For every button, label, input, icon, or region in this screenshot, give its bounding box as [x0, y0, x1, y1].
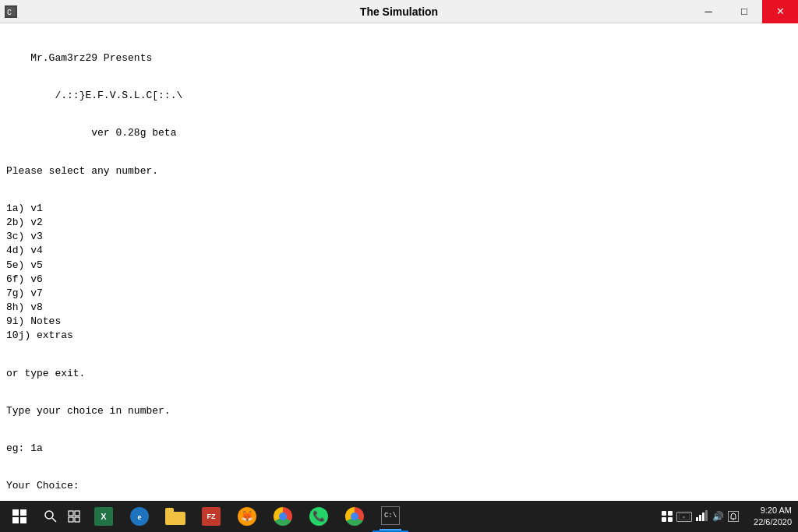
excel-icon: X — [94, 507, 113, 526]
system-clock[interactable]: 9:20 AM 22/6/2020 — [745, 505, 792, 529]
taskbar-app-firefox[interactable]: 🦊 — [229, 501, 265, 532]
menu-list: 1a) v12b) v23c) v34d) v45e) v56f) v67g) … — [6, 202, 792, 344]
menu-item: 3c) v3 — [6, 230, 792, 244]
console-output: Mr.Gam3rz29 Presents /.::}E.F.V.S.L.C[::… — [0, 23, 798, 501]
taskbar-app-ie[interactable]: e — [122, 501, 157, 532]
menu-item: 8h) v8 — [6, 301, 792, 315]
your-choice: Your Choice: — [6, 479, 792, 493]
clock-date: 22/6/2020 — [745, 516, 792, 528]
keyboard-svg — [679, 513, 690, 520]
tray-overflow-icon[interactable] — [662, 511, 673, 522]
prompt-line: Please select any number. — [6, 164, 792, 178]
tray-icons: 🔊 — [662, 510, 739, 523]
app-icon: C — [5, 5, 17, 18]
close-button[interactable]: ✕ — [762, 0, 798, 23]
title-bar: C The Simulation ─ □ ✕ — [0, 0, 798, 23]
window-controls: ─ □ ✕ — [690, 0, 798, 23]
task-view-button[interactable] — [62, 501, 86, 532]
ie-icon: e — [130, 507, 149, 526]
task-view-icon — [68, 510, 80, 523]
menu-item: 9i) Notes — [6, 315, 792, 329]
menu-item: 4d) v4 — [6, 244, 792, 258]
active-indicator — [380, 529, 401, 530]
search-button[interactable] — [39, 501, 62, 532]
menu-item: 6f) v6 — [6, 273, 792, 287]
header-line1: Mr.Gam3rz29 Presents — [6, 51, 792, 65]
svg-rect-6 — [69, 517, 73, 522]
taskbar-app-excel[interactable]: X — [86, 501, 122, 532]
taskbar-apps: X e FZ 🦊 📞 — [86, 501, 662, 532]
menu-item: 1a) v1 — [6, 202, 792, 216]
taskbar-app-cmd[interactable]: C:\ — [373, 501, 408, 532]
maximize-button[interactable]: □ — [726, 0, 762, 23]
minimize-button[interactable]: ─ — [690, 0, 726, 23]
firefox-icon: 🦊 — [238, 507, 256, 526]
svg-rect-17 — [705, 510, 708, 521]
system-tray: 🔊 9:20 AM 22/6/2020 — [662, 501, 798, 532]
taskbar-app-filezilla[interactable]: FZ — [193, 501, 229, 532]
svg-rect-16 — [702, 513, 704, 521]
cmd-icon: C:\ — [381, 506, 400, 525]
signal-svg — [696, 510, 708, 521]
folder-icon — [165, 508, 185, 525]
start-button[interactable] — [0, 501, 39, 532]
filezilla-icon: FZ — [202, 507, 221, 526]
svg-point-2 — [45, 511, 53, 519]
network-icon[interactable] — [696, 510, 708, 523]
instruction2: Type your choice in number. — [6, 404, 792, 418]
windows-logo-icon — [12, 509, 26, 523]
taskbar-app-chrome[interactable] — [265, 501, 301, 532]
header-line2: /.::}E.F.V.S.L.C[::.\ — [6, 89, 792, 103]
svg-line-3 — [52, 518, 56, 522]
taskbar-app-whatsapp[interactable]: 📞 — [301, 501, 337, 532]
search-icon — [44, 510, 57, 523]
svg-rect-14 — [696, 517, 698, 521]
taskbar-app-folder[interactable] — [157, 501, 193, 532]
svg-rect-8 — [679, 513, 690, 520]
menu-item: 2b) v2 — [6, 216, 792, 230]
window-title: The Simulation — [360, 5, 438, 18]
svg-rect-15 — [699, 515, 701, 521]
chrome2-icon — [345, 507, 364, 526]
notification-svg — [729, 513, 737, 520]
menu-item: 7g) v7 — [6, 287, 792, 301]
title-bar-left: C — [0, 5, 22, 18]
header-line3: ver 0.28g beta — [6, 126, 792, 140]
notification-icon[interactable] — [728, 511, 739, 522]
svg-rect-5 — [75, 511, 79, 516]
keyboard-icon[interactable] — [676, 512, 692, 522]
taskbar: X e FZ 🦊 📞 — [0, 501, 798, 532]
example: eg: 1a — [6, 442, 792, 456]
svg-rect-7 — [75, 517, 79, 522]
svg-rect-4 — [69, 511, 73, 516]
taskbar-app-chrome2[interactable] — [337, 501, 373, 532]
whatsapp-icon: 📞 — [309, 507, 328, 526]
menu-item: 5e) v5 — [6, 259, 792, 273]
menu-item: 10j) extras — [6, 329, 792, 343]
clock-time: 9:20 AM — [745, 505, 792, 516]
instruction1: or type exit. — [6, 367, 792, 381]
volume-icon[interactable]: 🔊 — [712, 511, 724, 523]
chrome-icon — [274, 507, 292, 526]
svg-text:C: C — [7, 9, 12, 16]
